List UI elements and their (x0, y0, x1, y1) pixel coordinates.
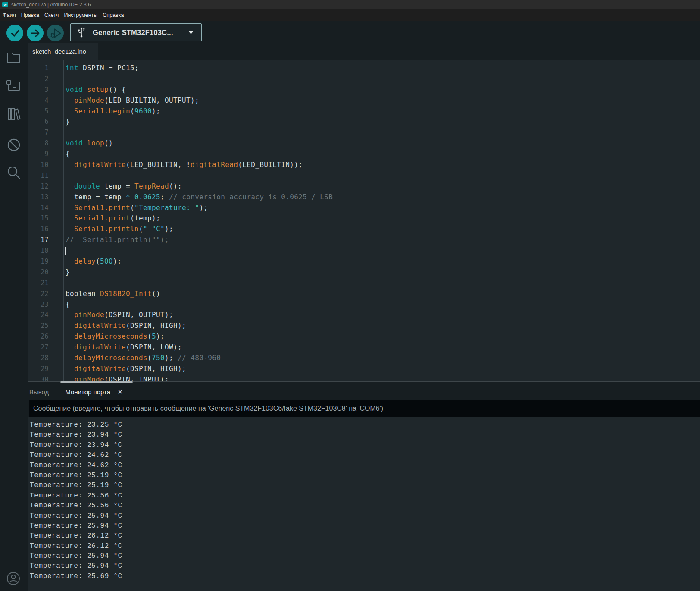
code-line: 14 Serial1.print("Temperature: "); (28, 203, 700, 214)
editor-tabbar: sketch_dec12a.ino (28, 43, 700, 60)
line-number: 20 (28, 267, 52, 278)
line-number: 6 (28, 116, 52, 127)
serial-line: Temperature: 25.94 °C (28, 521, 700, 531)
debug-button[interactable] (47, 25, 64, 41)
line-number: 14 (28, 203, 52, 214)
line-number: 8 (28, 138, 52, 149)
serial-monitor-output: Temperature: 23.25 °CTemperature: 23.94 … (28, 417, 700, 591)
serial-output: Temperature: 23.25 °CTemperature: 23.94 … (28, 420, 700, 582)
code-line: 2 (28, 74, 700, 85)
arrow-right-icon (30, 28, 41, 39)
code-line: 20} (28, 267, 700, 278)
serial-line: Temperature: 24.62 °C (28, 450, 700, 460)
line-number: 30 (28, 374, 52, 382)
line-number: 23 (28, 299, 52, 310)
line-number: 12 (28, 181, 52, 192)
chevron-down-icon (188, 31, 194, 34)
toolbar: Generic STM32F103C... (0, 21, 700, 43)
line-number: 19 (28, 256, 52, 267)
serial-input-placeholder: Сообщение (введите, чтобы отправить сооб… (33, 405, 383, 412)
code-line: 18 (28, 245, 700, 256)
tab-label: sketch_dec12a.ino (32, 48, 86, 55)
serial-line: Temperature: 25.19 °C (28, 471, 700, 481)
library-manager-icon[interactable] (6, 106, 22, 122)
code-line: 6} (28, 116, 700, 127)
tab-output[interactable]: Вывод (29, 388, 49, 396)
line-number: 3 (28, 85, 52, 95)
code-line: 7 (28, 127, 700, 138)
serial-message-input[interactable]: Сообщение (введите, чтобы отправить сооб… (29, 400, 700, 417)
sketchbook-folder-icon[interactable] (6, 50, 22, 66)
line-number: 9 (28, 149, 52, 160)
menu-item-help[interactable]: Справка (103, 12, 124, 18)
line-number: 15 (28, 213, 52, 224)
menu-item-file[interactable]: Файл (3, 12, 16, 18)
arduino-logo-icon: ∞ (2, 2, 8, 7)
upload-button[interactable] (27, 25, 44, 41)
code-line: 5 Serial1.begin(9600); (28, 106, 700, 117)
tab-serial-monitor[interactable]: Монитор порта (65, 388, 110, 396)
menu-item-edit[interactable]: Правка (21, 12, 39, 18)
code-line: 30 pinMode(DSPIN, INPUT); (28, 374, 700, 382)
code-line: 15 Serial1.print(temp); (28, 213, 700, 224)
code-line: 12 double temp = TempRead(); (28, 181, 700, 192)
code-line: 4 pinMode(LED_BUILTIN, OUTPUT); (28, 95, 700, 106)
serial-line: Temperature: 25.69 °C (28, 572, 700, 582)
line-number: 13 (28, 192, 52, 203)
serial-line: Temperature: 25.94 °C (28, 551, 700, 561)
check-icon (9, 28, 21, 39)
code-line: 3void setup() { (28, 85, 700, 95)
code-line: 13 temp = temp * 0.0625; // conversion a… (28, 192, 700, 203)
code-editor[interactable]: 1int DSPIN = PC15;23void setup() {4 pinM… (28, 60, 700, 382)
code-line: 19 delay(500); (28, 256, 700, 267)
verify-button[interactable] (6, 25, 23, 41)
search-icon[interactable] (6, 165, 22, 180)
code-line: 9{ (28, 149, 700, 160)
line-number: 5 (28, 106, 52, 117)
code-line: 22boolean DS18B20_Init() (28, 289, 700, 299)
code-line: 21 (28, 278, 700, 289)
menu-item-sketch[interactable]: Скетч (44, 12, 59, 18)
line-number: 17 (28, 235, 52, 245)
line-number: 29 (28, 364, 52, 374)
code-line: 16 Serial1.println(" °C"); (28, 224, 700, 235)
code-line: 27 digitalWrite(DSPIN, LOW); (28, 342, 700, 353)
code-line: 10 digitalWrite(LED_BUILTIN, !digitalRea… (28, 160, 700, 170)
panel-tabs: Вывод Монитор порта ✕ (28, 382, 700, 400)
tab-sketch-file[interactable]: sketch_dec12a.ino (28, 43, 98, 60)
code-line: 8void loop() (28, 138, 700, 149)
account-icon[interactable] (6, 572, 20, 587)
line-number: 10 (28, 160, 52, 170)
serial-line: Temperature: 25.94 °C (28, 561, 700, 571)
debug-icon (49, 27, 62, 40)
line-number: 22 (28, 289, 52, 299)
boards-manager-icon[interactable] (6, 78, 22, 93)
menubar: ФайлПравкаСкетчИнструментыСправка (0, 9, 700, 21)
menu-item-tools[interactable]: Инструменты (64, 12, 97, 18)
line-number: 26 (28, 331, 52, 342)
line-number: 4 (28, 95, 52, 106)
code-line: 24 pinMode(DSPIN, OUTPUT); (28, 310, 700, 321)
titlebar: ∞ sketch_dec12a | Arduino IDE 2.3.6 (0, 0, 700, 9)
close-icon[interactable]: ✕ (117, 388, 123, 396)
line-number: 1 (28, 63, 52, 74)
line-number: 16 (28, 224, 52, 235)
serial-line: Temperature: 26.12 °C (28, 541, 700, 551)
code-line: 11 (28, 170, 700, 181)
debug-sidebar-icon[interactable] (6, 137, 22, 153)
usb-icon (77, 27, 86, 38)
serial-line: Temperature: 23.25 °C (28, 420, 700, 430)
board-selector[interactable]: Generic STM32F103C... (70, 23, 202, 41)
code-lines: 1int DSPIN = PC15;23void setup() {4 pinM… (28, 63, 700, 382)
serial-line: Temperature: 25.19 °C (28, 481, 700, 490)
horizontal-scrollbar-thumb[interactable] (60, 381, 133, 383)
code-line: 29 digitalWrite(DSPIN, HIGH); (28, 364, 700, 374)
serial-line: Temperature: 23.94 °C (28, 440, 700, 450)
serial-line: Temperature: 24.62 °C (28, 461, 700, 471)
text-cursor (65, 247, 66, 255)
code-line: 23{ (28, 299, 700, 310)
line-number: 21 (28, 278, 52, 289)
serial-line: Temperature: 25.56 °C (28, 491, 700, 501)
line-number: 7 (28, 127, 52, 138)
window-title: sketch_dec12a | Arduino IDE 2.3.6 (11, 2, 91, 8)
